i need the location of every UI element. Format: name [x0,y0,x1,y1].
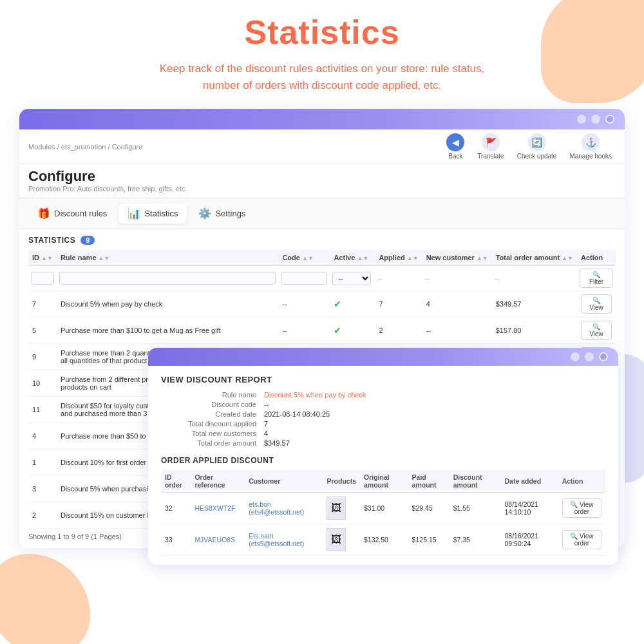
cell-id: 11 [28,397,57,423]
order-reference-link[interactable]: HES8XWT2F [194,504,235,512]
discount-code-label: Discount code [161,401,264,408]
report-dot-2 [585,352,594,361]
filter-new-customer-cell: -- [422,266,492,291]
filter-row: -- Yes No -- -- -- 🔍 Filter [28,266,616,291]
total-new-customers-label: Total new customers [161,430,264,437]
col-new-customer: New customer ▲▼ [422,250,492,266]
cell-id: 10 [28,370,57,397]
discount-rules-label: Discount rules [54,209,107,218]
cell-id: 2 [28,502,57,529]
breadcrumb-ets: ets_promotion [61,143,106,151]
back-button[interactable]: ◀ Back [446,133,464,160]
view-order-button[interactable]: 🔍 View order [562,498,601,518]
cell-active: ✔ [330,317,375,344]
col-code: Code ▲▼ [278,250,330,266]
tab-settings[interactable]: ⚙️ Settings [189,204,254,223]
tab-discount-rules[interactable]: 🎁 Discount rules [28,204,116,223]
col-active: Active ▲▼ [330,250,375,266]
report-panel-stripe [148,348,618,366]
cell-id: 7 [28,291,57,317]
order-cell-reference: HES8XWT2F [191,493,245,524]
filter-action-cell: 🔍 Filter [577,266,616,291]
col-rule-name: Rule name ▲▼ [57,250,279,266]
settings-icon: ⚙️ [198,207,211,220]
page-subtitle: Keep track of the discount rules activit… [19,61,625,93]
back-icon: ◀ [446,133,464,151]
tab-statistics[interactable]: 📊 Statistics [118,204,187,223]
filter-id-input[interactable] [31,272,54,285]
order-cell-discount: $7.35 [450,524,501,556]
order-cell-date: 08/14/2021 14:10:10 [501,493,558,524]
total-order-label: Total order amount [161,439,264,447]
col-applied: Applied ▲▼ [375,250,422,266]
filter-name-input[interactable] [59,272,276,285]
order-cell-customer: Ets.nam (ets5@etssoft.net) [245,524,323,556]
cell-total-order: $157.80 [492,317,577,344]
order-cell-id: 32 [161,493,191,524]
filter-total-cell: -- [492,266,577,291]
active-check: ✔ [334,299,341,309]
customer-link[interactable]: Ets.nam (ets5@etssoft.net) [249,532,304,547]
report-panel: VIEW DISCOUNT REPORT Rule name Discount … [148,348,618,565]
report-dot-1 [571,352,580,361]
check-update-button[interactable]: 🔄 Check update [517,133,557,160]
cell-new-customer: 4 [422,291,492,317]
statistics-header: STATISTICS 9 [28,236,616,245]
configure-subtitle: Promotion Pro: Auto discounts, free ship… [28,185,612,193]
filter-name-cell [57,266,279,291]
product-thumbnail: 🖼 [327,528,346,551]
cell-applied: 7 [375,291,422,317]
view-button[interactable]: 🔍 View [581,321,612,340]
configure-header: Configure Promotion Pro: Auto discounts,… [19,164,625,198]
cell-total-order: $349.57 [492,291,577,317]
order-cell-paid: $29.45 [408,493,450,524]
total-new-customers-value: 4 [264,430,605,437]
decorative-blob-bottom-left [0,554,90,644]
discount-rules-icon: 🎁 [37,207,50,220]
order-col-paid: Paid amount [408,470,450,493]
statistics-label: Statistics [144,209,178,218]
topbar-actions: ◀ Back 🚩 Translate 🔄 Check update ⚓ Mana… [446,133,612,160]
total-order-value: $349.57 [264,439,605,447]
customer-link[interactable]: ets.bon (ets4@etssoft.net) [249,500,304,516]
check-update-icon: 🔄 [528,133,546,151]
order-reference-link[interactable]: MJVAEUO8S [194,536,235,544]
order-cell-id: 33 [161,524,191,556]
report-content: VIEW DISCOUNT REPORT Rule name Discount … [148,366,618,565]
filter-code-cell [278,266,330,291]
report-dot-3 [599,352,608,361]
order-col-reference: Order reference [191,470,245,493]
statistics-section-label: STATISTICS [28,236,75,245]
manage-hooks-button[interactable]: ⚓ Manage hooks [569,133,612,160]
statistics-count-badge: 9 [80,236,95,245]
translate-icon: 🚩 [482,133,500,151]
cell-code: -- [278,317,330,344]
cell-new-customer: -- [422,317,492,344]
order-col-discount: Discount amount [450,470,501,493]
filter-button[interactable]: 🔍 Filter [580,269,613,288]
filter-code-input[interactable] [281,272,327,285]
table-header-row: ID ▲▼ Rule name ▲▼ Code ▲▼ Active ▲▼ App… [28,250,616,266]
view-order-button[interactable]: 🔍 View order [562,530,601,549]
product-thumbnail: 🖼 [327,497,346,520]
order-cell-original: $31.00 [360,493,408,524]
view-button[interactable]: 🔍 View [581,294,612,314]
col-total-order: Total order amount ▲▼ [492,250,577,266]
filter-active-select[interactable]: -- Yes No [332,272,371,285]
filter-applied-cell: -- [375,266,422,291]
stripe-dot-2 [591,115,600,124]
filter-id-cell [28,266,57,291]
breadcrumb-modules: Modules [28,143,55,151]
cell-id: 9 [28,344,57,370]
table-row: 5 Purchase more than $100 to get a Mug a… [28,317,616,344]
order-col-id: ID order [161,470,191,493]
order-table-row: 32 HES8XWT2F ets.bon (ets4@etssoft.net) … [161,493,605,524]
stripe-dot-1 [577,115,586,124]
order-col-products: Products [323,470,360,493]
cell-rule-name: Discount 5% when pay by check [57,291,279,317]
manage-hooks-label: Manage hooks [569,153,612,160]
translate-button[interactable]: 🚩 Translate [477,133,504,160]
order-cell-date: 08/16/2021 09:50:24 [501,524,558,556]
active-check: ✔ [334,325,341,336]
discount-code-value: -- [264,401,605,408]
